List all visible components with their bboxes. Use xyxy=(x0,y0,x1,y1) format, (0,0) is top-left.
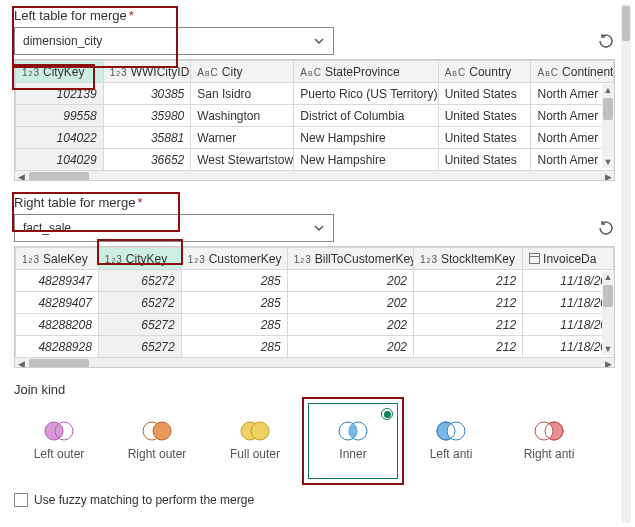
join-left-outer[interactable]: Left outer xyxy=(14,403,104,479)
col-wwicityid[interactable]: 123WWICityID xyxy=(103,61,191,83)
right-table-vscroll[interactable]: ▲ ▼ xyxy=(602,271,614,355)
radio-selected-icon xyxy=(381,408,393,420)
table-row[interactable]: 482893476527228520221211/18/20 xyxy=(16,270,614,292)
right-table-preview[interactable]: 123SaleKey 123CityKey 123CustomerKey 123… xyxy=(14,246,615,368)
col-billtocustomerkey[interactable]: 123BillToCustomerKey xyxy=(287,248,413,270)
col-stockitemkey[interactable]: 123StockItemKey xyxy=(413,248,522,270)
right-table-selected: fact_sale xyxy=(23,221,71,235)
join-inner[interactable]: Inner xyxy=(308,403,398,479)
chevron-down-icon xyxy=(313,222,325,234)
calendar-icon xyxy=(529,253,540,264)
col-invoicedate[interactable]: InvoiceDa xyxy=(523,248,614,270)
right-table-hscroll[interactable]: ◀ ▶ xyxy=(15,358,614,368)
join-left-anti[interactable]: Left anti xyxy=(406,403,496,479)
table-row[interactable]: 10213930385San IsidroPuerto Rico (US Ter… xyxy=(16,83,614,105)
left-table-selected: dimension_city xyxy=(23,34,102,48)
join-kind-label: Join kind xyxy=(14,382,615,397)
svg-point-5 xyxy=(251,422,269,440)
table-row[interactable]: 482889286527228520221211/18/20 xyxy=(16,336,614,358)
refresh-right-icon[interactable] xyxy=(597,219,615,237)
table-row[interactable]: 10402936652West StewartstownNew Hampshir… xyxy=(16,149,614,171)
col-city[interactable]: ABCCity xyxy=(191,61,294,83)
col-country[interactable]: ABCCountry xyxy=(438,61,531,83)
col-stateprovince[interactable]: ABCStateProvince xyxy=(294,61,438,83)
col-citykey[interactable]: 123CityKey xyxy=(16,61,104,83)
chevron-down-icon xyxy=(313,35,325,47)
col-customerkey[interactable]: 123CustomerKey xyxy=(181,248,287,270)
fuzzy-checkbox[interactable] xyxy=(14,493,28,507)
table-row[interactable]: 482882086527228520221211/18/20 xyxy=(16,314,614,336)
left-table-vscroll[interactable]: ▲ ▼ xyxy=(602,84,614,168)
svg-point-0 xyxy=(45,422,63,440)
fuzzy-label: Use fuzzy matching to perform the merge xyxy=(34,493,254,507)
join-kind-row: Left outer Right outer Full outer Inner xyxy=(14,403,615,479)
join-right-outer[interactable]: Right outer xyxy=(112,403,202,479)
refresh-left-icon[interactable] xyxy=(597,32,615,50)
join-full-outer[interactable]: Full outer xyxy=(210,403,300,479)
left-table-label: Left table for merge* xyxy=(14,8,615,23)
col-continent[interactable]: ABCContinent xyxy=(531,61,614,83)
join-right-anti[interactable]: Right anti xyxy=(504,403,594,479)
right-table-dropdown[interactable]: fact_sale xyxy=(14,214,334,242)
svg-point-3 xyxy=(153,422,171,440)
table-row[interactable]: 10402235881WarnerNew HampshireUnited Sta… xyxy=(16,127,614,149)
col-citykey-r[interactable]: 123CityKey xyxy=(98,248,181,270)
table-row[interactable]: 9955835980WashingtonDistrict of Columbia… xyxy=(16,105,614,127)
left-table-dropdown[interactable]: dimension_city xyxy=(14,27,334,55)
right-table-label: Right table for merge* xyxy=(14,195,615,210)
left-table-preview[interactable]: 123CityKey 123WWICityID ABCCity ABCState… xyxy=(14,59,615,181)
left-table-hscroll[interactable]: ◀ ▶ xyxy=(15,171,614,181)
col-salekey[interactable]: 123SaleKey xyxy=(16,248,99,270)
table-row[interactable]: 482894076527228520221211/18/20 xyxy=(16,292,614,314)
page-vscroll[interactable] xyxy=(621,4,631,523)
